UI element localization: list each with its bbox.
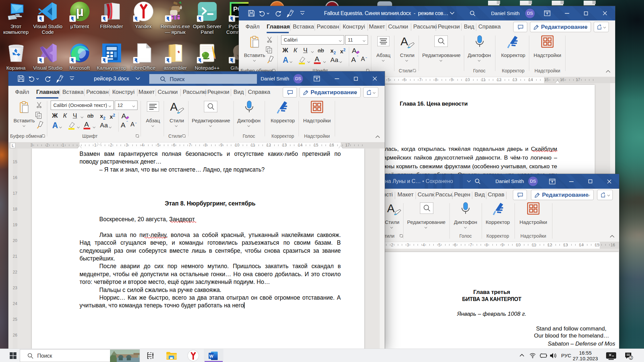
svg-text:2: 2 [630, 356, 632, 360]
svg-text:W: W [209, 354, 214, 359]
svg-text:µ: µ [76, 4, 84, 19]
